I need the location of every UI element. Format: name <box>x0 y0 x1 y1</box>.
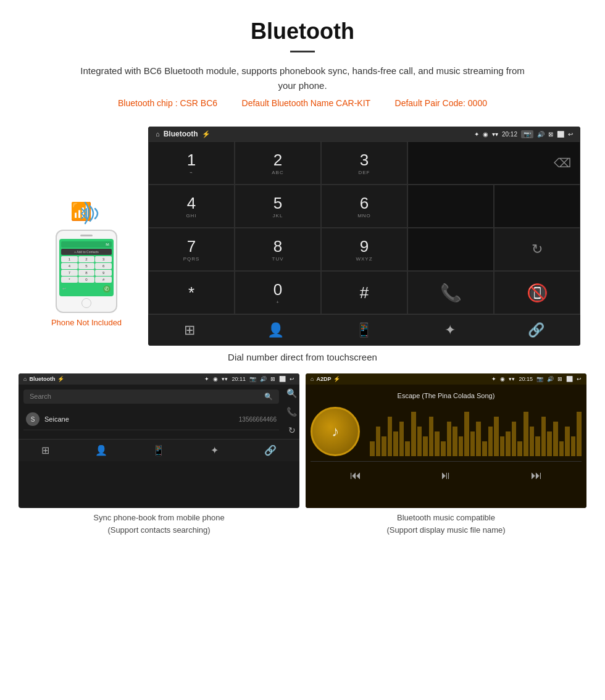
key-0-number: 0 <box>273 280 282 299</box>
music-win-icon: ⬜ <box>566 376 573 382</box>
title-divider <box>290 51 315 52</box>
next-track-button[interactable]: ⏭ <box>531 469 542 482</box>
eq-bar <box>530 427 535 456</box>
contacts-phone-side-icon[interactable]: 📞 <box>286 407 297 417</box>
music-home-icon[interactable]: ⌂ <box>311 376 314 382</box>
contact-row-seicane[interactable]: S Seicane 13566664466 <box>23 409 279 430</box>
dial-key-0[interactable]: 0 + <box>235 271 321 314</box>
dial-key-1[interactable]: 1 ⌁ <box>148 141 235 185</box>
contacts-back-icon[interactable]: ↩ <box>290 376 294 382</box>
contacts-nav-bt[interactable]: ✦ <box>211 444 219 456</box>
dial-key-7[interactable]: 7 PQRS <box>148 228 235 271</box>
dial-key-star[interactable]: * <box>148 271 235 314</box>
eq-bar <box>447 422 452 456</box>
contacts-content: Search 🔍 S Seicane 13566664466 <box>19 385 284 435</box>
eq-bar <box>423 436 428 456</box>
bluetooth-status-icon: ✦ <box>474 131 479 138</box>
backspace-icon[interactable]: ⌫ <box>554 156 571 170</box>
music-caption-line2: (Support display music file name) <box>386 525 505 535</box>
eq-bar <box>382 436 386 456</box>
contacts-nav-link[interactable]: 🔗 <box>264 444 277 456</box>
phone-key-hash: # <box>95 277 112 283</box>
dial-grid: 1 ⌁ 2 ABC 3 DEF ⌫ <box>148 141 580 314</box>
contacts-status-left: ⌂ Bluetooth ⚡ <box>23 376 64 382</box>
phone-home-button <box>81 298 91 308</box>
bluetooth-specs: Bluetooth chip : CSR BC6 Default Bluetoo… <box>37 98 568 108</box>
eq-bar <box>494 417 499 456</box>
dial-key-6[interactable]: 6 MNO <box>321 185 407 228</box>
contacts-bottom-nav: ⊞ 👤 📱 ✦ 🔗 <box>19 439 299 461</box>
music-caption: Bluetooth music compatible (Support disp… <box>306 508 586 537</box>
music-bt-icon: ✦ <box>491 376 496 382</box>
music-caption-line1: Bluetooth music compatible <box>397 513 495 522</box>
contact-name-seicane: Seicane <box>44 415 69 423</box>
music-app-name: A2DP <box>316 376 331 382</box>
window-status-icon: ⬜ <box>557 131 564 138</box>
dial-key-3[interactable]: 3 DEF <box>321 141 407 185</box>
prev-track-button[interactable]: ⏮ <box>350 469 361 482</box>
key-9-sub: WXYZ <box>356 256 372 262</box>
android-dial-screen: ⌂ Bluetooth ⚡ ✦ ◉ ▾▾ 20:12 📷 🔊 ⊠ ⬜ ↩ 1 <box>148 127 580 346</box>
signal-waves-icon <box>80 200 105 227</box>
nav-grid-icon[interactable]: ⊞ <box>184 322 195 338</box>
contacts-search-placeholder: Search <box>30 393 51 401</box>
nav-contacts-icon[interactable]: 👤 <box>267 322 284 338</box>
contacts-sync-side-icon[interactable]: ↻ <box>288 425 296 435</box>
nav-link-icon[interactable]: 🔗 <box>528 322 544 338</box>
eq-bar <box>547 431 552 456</box>
contacts-nav-grid[interactable]: ⊞ <box>41 444 49 456</box>
contacts-nav-phone[interactable]: 📱 <box>152 444 165 456</box>
key-hash-number: # <box>360 283 369 302</box>
eq-bar <box>429 417 434 456</box>
dial-empty-4 <box>407 185 494 228</box>
spec-chip: Bluetooth chip : CSR BC6 <box>118 98 217 108</box>
nav-bluetooth-icon[interactable]: ✦ <box>444 322 456 338</box>
phone-key-0: 0 <box>78 277 95 283</box>
dial-empty-5 <box>494 185 580 228</box>
contacts-usb-icon: ⚡ <box>57 376 64 382</box>
dial-hangup-button[interactable]: 📵 <box>494 271 580 314</box>
eq-bar <box>464 412 469 456</box>
dial-call-button[interactable]: 📞 <box>407 271 494 314</box>
phone-key-star: * <box>61 277 78 283</box>
dial-refresh-button[interactable]: ↻ <box>494 228 580 271</box>
music-android-screen: ⌂ A2DP ⚡ ✦ ◉ ▾▾ 20:15 📷 🔊 ⊠ ⬜ ↩ <box>306 373 586 508</box>
eq-bar <box>476 422 481 456</box>
dial-key-5[interactable]: 5 JKL <box>235 185 321 228</box>
music-usb-icon: ⚡ <box>333 376 340 382</box>
contacts-nav-person[interactable]: 👤 <box>95 444 107 456</box>
dial-key-9[interactable]: 9 WXYZ <box>321 228 407 271</box>
contacts-home-icon[interactable]: ⌂ <box>23 376 27 382</box>
phone-key-3: 3 <box>95 256 112 262</box>
dial-key-2[interactable]: 2 ABC <box>235 141 321 185</box>
eq-bar <box>482 441 487 456</box>
eq-bar <box>541 417 546 456</box>
music-center: ♪ <box>311 407 582 456</box>
key-1-sub: ⌁ <box>190 170 193 175</box>
music-time: 20:15 <box>519 376 533 382</box>
eq-bar <box>405 441 410 456</box>
dial-key-8[interactable]: 8 TUV <box>235 228 321 271</box>
music-back-icon[interactable]: ↩ <box>577 376 582 382</box>
home-icon[interactable]: ⌂ <box>156 130 160 138</box>
contacts-search-bar[interactable]: Search 🔍 <box>23 390 279 404</box>
contact-phone-seicane: 13566664466 <box>239 416 277 423</box>
contacts-android-screen: ⌂ Bluetooth ⚡ ✦ ◉ ▾▾ 20:11 📷 🔊 ⊠ ⬜ ↩ <box>19 373 299 508</box>
dial-key-4[interactable]: 4 GHI <box>148 185 235 228</box>
eq-bar <box>565 427 570 456</box>
eq-bar <box>559 441 564 456</box>
play-pause-button[interactable]: ⏯ <box>440 469 451 482</box>
eq-bar <box>571 436 576 456</box>
back-status-icon[interactable]: ↩ <box>568 131 573 138</box>
key-8-sub: TUV <box>272 256 284 262</box>
app-name-label: Bluetooth <box>164 130 198 138</box>
status-bar-left: ⌂ Bluetooth ⚡ <box>156 130 211 138</box>
contacts-caption-line2: (Support contacts searching) <box>107 525 210 535</box>
key-2-number: 2 <box>273 151 282 170</box>
contacts-bt-icon: ✦ <box>204 376 209 382</box>
phone-speaker <box>80 235 93 236</box>
nav-phone-icon[interactable]: 📱 <box>356 322 372 338</box>
key-9-number: 9 <box>360 237 369 256</box>
contacts-search-side-icon[interactable]: 🔍 <box>286 388 297 398</box>
dial-key-hash[interactable]: # <box>321 271 407 314</box>
